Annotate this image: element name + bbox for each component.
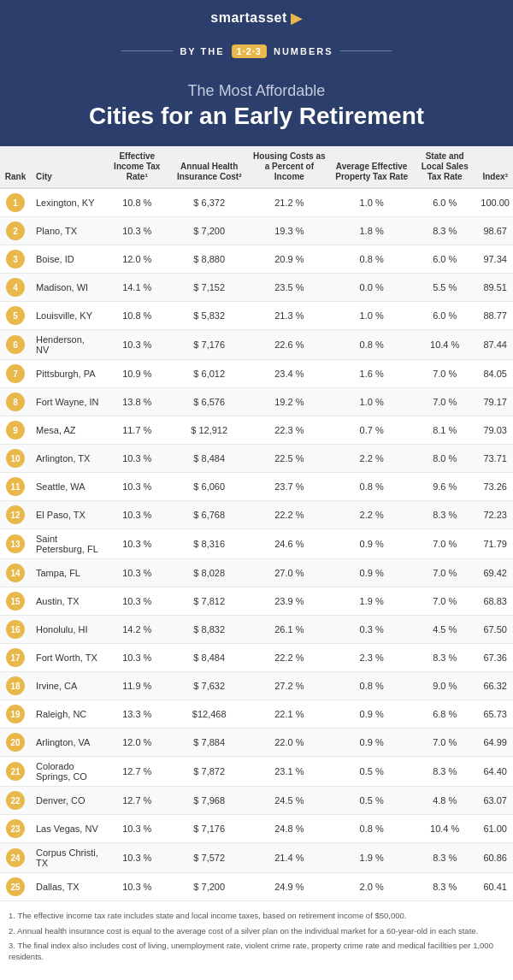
- sales-tax-cell: 9.6 %: [412, 473, 477, 501]
- rank-cell: 20: [0, 729, 31, 757]
- logo-arrow-icon: ▶: [291, 9, 303, 27]
- prop-tax-cell: 0.9 %: [331, 529, 412, 559]
- prop-tax-cell: 0.8 %: [331, 245, 412, 274]
- prop-tax-cell: 1.0 %: [331, 188, 412, 217]
- health-ins-cell: $ 6,060: [171, 473, 248, 501]
- prop-tax-cell: 0.3 %: [331, 616, 412, 644]
- index-cell: 61.00: [477, 815, 513, 843]
- rank-cell: 13: [0, 529, 31, 559]
- sales-tax-cell: 8.1 %: [412, 416, 477, 445]
- table-row: 9 Mesa, AZ 11.7 % $ 12,912 22.3 % 0.7 % …: [0, 416, 513, 445]
- sales-tax-cell: 7.0 %: [412, 388, 477, 416]
- table-row: 16 Honolulu, HI 14.2 % $ 8,832 26.1 % 0.…: [0, 616, 513, 644]
- income-tax-cell: 10.8 %: [103, 302, 171, 330]
- sales-tax-cell: 8.3 %: [412, 644, 477, 672]
- rank-cell: 22: [0, 787, 31, 815]
- rank-cell: 1: [0, 188, 31, 217]
- health-ins-cell: $12,468: [171, 700, 248, 729]
- income-tax-cell: 12.7 %: [103, 757, 171, 787]
- prop-tax-cell: 1.0 %: [331, 388, 412, 416]
- housing-cell: 24.5 %: [248, 787, 332, 815]
- city-cell: Honolulu, HI: [31, 616, 103, 644]
- rank-cell: 25: [0, 873, 31, 901]
- city-cell: Denver, CO: [31, 787, 103, 815]
- health-ins-cell: $ 5,832: [171, 302, 248, 330]
- index-cell: 84.05: [477, 360, 513, 388]
- sales-tax-cell: 8.3 %: [412, 757, 477, 787]
- health-ins-cell: $ 7,812: [171, 587, 248, 616]
- rank-cell: 23: [0, 815, 31, 843]
- prop-tax-cell: 1.9 %: [331, 843, 412, 873]
- health-ins-cell: $ 8,484: [171, 644, 248, 672]
- index-cell: 67.50: [477, 616, 513, 644]
- sales-tax-cell: 5.5 %: [412, 274, 477, 302]
- rank-cell: 9: [0, 416, 31, 445]
- sales-tax-cell: 6.8 %: [412, 700, 477, 729]
- health-ins-cell: $ 7,200: [171, 217, 248, 245]
- sales-tax-cell: 7.0 %: [412, 529, 477, 559]
- index-cell: 100.00: [477, 188, 513, 217]
- rank-circle: 14: [6, 564, 25, 582]
- subtitle-section: The Most Affordable Cities for an Early …: [0, 68, 513, 147]
- prop-tax-cell: 0.9 %: [331, 700, 412, 729]
- health-ins-cell: $ 8,484: [171, 445, 248, 473]
- rank-circle: 5: [6, 306, 25, 325]
- table-row: 4 Madison, WI 14.1 % $ 7,152 23.5 % 0.0 …: [0, 274, 513, 302]
- health-ins-cell: $ 7,884: [171, 729, 248, 757]
- col-health-ins: Annual Health Insurance Cost²: [171, 146, 248, 188]
- income-tax-cell: 10.3 %: [103, 445, 171, 473]
- prop-tax-cell: 1.9 %: [331, 587, 412, 616]
- health-ins-cell: $ 6,768: [171, 501, 248, 529]
- subtitle-main: Cities for an Early Retirement: [17, 103, 496, 130]
- city-cell: Arlington, TX: [31, 445, 103, 473]
- health-ins-cell: $ 6,372: [171, 188, 248, 217]
- table-row: 25 Dallas, TX 10.3 % $ 7,200 24.9 % 2.0 …: [0, 873, 513, 901]
- rank-circle: 13: [6, 534, 25, 553]
- rank-cell: 17: [0, 644, 31, 672]
- income-tax-cell: 12.0 %: [103, 245, 171, 274]
- subtitle-top: The Most Affordable: [17, 82, 496, 100]
- income-tax-cell: 13.8 %: [103, 388, 171, 416]
- rank-circle: 7: [6, 364, 25, 383]
- rank-circle: 16: [6, 620, 25, 639]
- health-ins-cell: $ 7,872: [171, 757, 248, 787]
- housing-cell: 22.0 %: [248, 729, 332, 757]
- prop-tax-cell: 1.0 %: [331, 302, 412, 330]
- housing-cell: 22.2 %: [248, 644, 332, 672]
- sales-tax-cell: 10.4 %: [412, 815, 477, 843]
- rank-cell: 8: [0, 388, 31, 416]
- table-row: 5 Louisville, KY 10.8 % $ 5,832 21.3 % 1…: [0, 302, 513, 330]
- prop-tax-cell: 0.8 %: [331, 672, 412, 700]
- housing-cell: 22.2 %: [248, 501, 332, 529]
- rank-circle: 2: [6, 221, 25, 240]
- index-cell: 67.36: [477, 644, 513, 672]
- income-tax-cell: 14.2 %: [103, 616, 171, 644]
- income-tax-cell: 10.9 %: [103, 360, 171, 388]
- rank-cell: 14: [0, 559, 31, 587]
- table-row: 20 Arlington, VA 12.0 % $ 7,884 22.0 % 0…: [0, 729, 513, 757]
- prop-tax-cell: 0.9 %: [331, 559, 412, 587]
- col-rank: Rank: [0, 146, 31, 188]
- housing-cell: 24.6 %: [248, 529, 332, 559]
- index-cell: 68.83: [477, 587, 513, 616]
- rank-cell: 12: [0, 501, 31, 529]
- table-row: 2 Plano, TX 10.3 % $ 7,200 19.3 % 1.8 % …: [0, 217, 513, 245]
- sales-tax-cell: 9.0 %: [412, 672, 477, 700]
- table-row: 11 Seattle, WA 10.3 % $ 6,060 23.7 % 0.8…: [0, 473, 513, 501]
- prop-tax-cell: 2.3 %: [331, 644, 412, 672]
- housing-cell: 19.2 %: [248, 388, 332, 416]
- health-ins-cell: $ 6,576: [171, 388, 248, 416]
- rank-cell: 16: [0, 616, 31, 644]
- housing-cell: 20.9 %: [248, 245, 332, 274]
- income-tax-cell: 10.3 %: [103, 529, 171, 559]
- rank-circle: 24: [6, 848, 25, 867]
- table-row: 19 Raleigh, NC 13.3 % $12,468 22.1 % 0.9…: [0, 700, 513, 729]
- index-cell: 60.86: [477, 843, 513, 873]
- rank-cell: 24: [0, 843, 31, 873]
- table-row: 21 Colorado Springs, CO 12.7 % $ 7,872 2…: [0, 757, 513, 787]
- housing-cell: 22.3 %: [248, 416, 332, 445]
- health-ins-cell: $ 7,968: [171, 787, 248, 815]
- health-ins-cell: $ 6,012: [171, 360, 248, 388]
- index-cell: 97.34: [477, 245, 513, 274]
- housing-cell: 24.9 %: [248, 873, 332, 901]
